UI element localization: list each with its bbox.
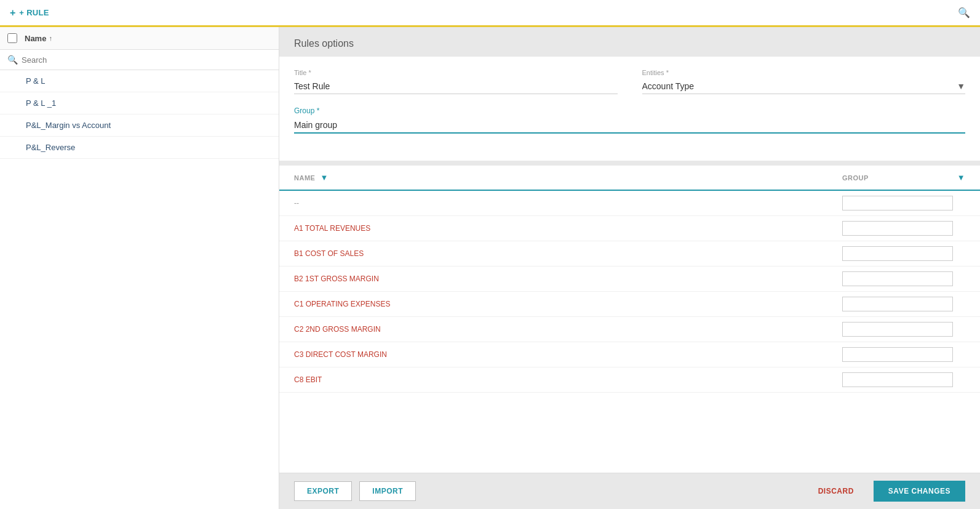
main-layout: Name ↑ 🔍 P & L P & L _1 P&L_Margin vs Ac… — [0, 27, 980, 509]
sidebar-search-area: 🔍 — [0, 50, 279, 70]
right-panel: Rules options Title * Entities * ▼ — [279, 27, 980, 509]
form-section: Title * Entities * ▼ Group * — [279, 57, 980, 161]
sidebar-header: Name ↑ — [0, 27, 279, 50]
list-item[interactable]: P&L_Margin vs Account — [0, 114, 279, 137]
title-input[interactable] — [294, 79, 618, 94]
save-changes-button[interactable]: SAVE CHANGES — [874, 481, 965, 502]
table-row: C1 OPERATING EXPENSES — [279, 292, 980, 317]
row-group-input[interactable] — [842, 246, 953, 261]
table-row: C3 DIRECT COST MARGIN — [279, 342, 980, 367]
row-group-input[interactable] — [842, 322, 953, 337]
group-filter-icon[interactable]: ▼ — [957, 173, 965, 182]
entities-input[interactable] — [642, 81, 957, 91]
add-rule-button[interactable]: + + RULE — [10, 7, 49, 18]
row-group — [842, 271, 965, 286]
table-section: NAME ▼ GROUP ▼ -- A1 TOTAL RE — [279, 166, 980, 473]
import-button[interactable]: IMPORT — [359, 481, 416, 501]
table-header-row: NAME ▼ GROUP ▼ — [279, 166, 980, 191]
column-header-group: GROUP ▼ — [842, 173, 965, 182]
row-group — [842, 297, 965, 311]
group-input-wrapper — [294, 118, 965, 134]
title-label: Title * — [294, 69, 618, 76]
panel-title: Rules options — [294, 38, 354, 49]
list-item[interactable]: P&L_Reverse — [0, 137, 279, 159]
table-row: B2 1ST GROSS MARGIN — [279, 267, 980, 292]
row-name: C2 2ND GROSS MARGIN — [294, 325, 842, 334]
name-filter-icon[interactable]: ▼ — [320, 173, 328, 182]
footer-left: EXPORT IMPORT — [294, 481, 416, 501]
sidebar-column-name: Name ↑ — [25, 34, 52, 43]
rules-options-header: Rules options — [279, 27, 980, 57]
row-name: B1 COST OF SALES — [294, 249, 842, 258]
sidebar-list: P & L P & L _1 P&L_Margin vs Account P&L… — [0, 70, 279, 509]
row-name: A1 TOTAL REVENUES — [294, 224, 842, 233]
group-field: Group * — [294, 106, 965, 134]
title-field: Title * — [294, 69, 618, 94]
dropdown-arrow-icon[interactable]: ▼ — [957, 81, 965, 91]
form-row-group: Group * — [294, 106, 965, 134]
table-row: C8 EBIT — [279, 367, 980, 393]
table-row: A1 TOTAL REVENUES — [279, 216, 980, 241]
group-input[interactable] — [294, 120, 965, 130]
sidebar: Name ↑ 🔍 P & L P & L _1 P&L_Margin vs Ac… — [0, 27, 279, 509]
row-name: C3 DIRECT COST MARGIN — [294, 350, 842, 359]
row-group-input[interactable] — [842, 271, 953, 286]
table-row: B1 COST OF SALES — [279, 241, 980, 267]
footer-right: DISCARD SAVE CHANGES — [811, 481, 965, 502]
table-row: C2 2ND GROSS MARGIN — [279, 317, 980, 342]
row-group — [842, 347, 965, 362]
row-name: -- — [294, 199, 842, 207]
footer: EXPORT IMPORT DISCARD SAVE CHANGES — [279, 473, 980, 509]
row-group — [842, 196, 965, 210]
select-all-checkbox[interactable] — [7, 33, 17, 43]
row-group — [842, 322, 965, 337]
list-item[interactable]: P & L _1 — [0, 92, 279, 114]
sidebar-search-input[interactable] — [22, 55, 271, 65]
row-group-input[interactable] — [842, 347, 953, 362]
form-row-title-entities: Title * Entities * ▼ — [294, 69, 965, 94]
row-group — [842, 221, 965, 236]
search-icon[interactable]: 🔍 — [958, 7, 970, 18]
search-magnifier-icon: 🔍 — [7, 55, 18, 65]
group-label: Group * — [294, 106, 965, 115]
row-group — [842, 372, 965, 387]
add-rule-label: + RULE — [19, 8, 49, 17]
row-name: B2 1ST GROSS MARGIN — [294, 275, 842, 283]
top-bar: + + RULE 🔍 — [0, 0, 980, 27]
row-group-input[interactable] — [842, 196, 953, 210]
row-group-input[interactable] — [842, 372, 953, 387]
row-group — [842, 246, 965, 261]
row-name: C1 OPERATING EXPENSES — [294, 300, 842, 308]
row-group-input[interactable] — [842, 297, 953, 311]
section-gap — [279, 161, 980, 166]
list-item[interactable]: P & L — [0, 70, 279, 92]
sort-arrow-icon: ↑ — [49, 34, 52, 42]
row-name: C8 EBIT — [294, 375, 842, 384]
discard-button[interactable]: DISCARD — [811, 482, 861, 500]
export-button[interactable]: EXPORT — [294, 481, 352, 501]
table-row: -- — [279, 191, 980, 216]
plus-icon: + — [10, 7, 15, 18]
table-body: -- A1 TOTAL REVENUES B1 COST OF SALES — [279, 191, 980, 473]
row-group-input[interactable] — [842, 221, 953, 236]
entities-dropdown[interactable]: ▼ — [642, 79, 966, 94]
entities-label: Entities * — [642, 69, 966, 76]
entities-field: Entities * ▼ — [642, 69, 966, 94]
column-header-name: NAME ▼ — [294, 173, 842, 182]
